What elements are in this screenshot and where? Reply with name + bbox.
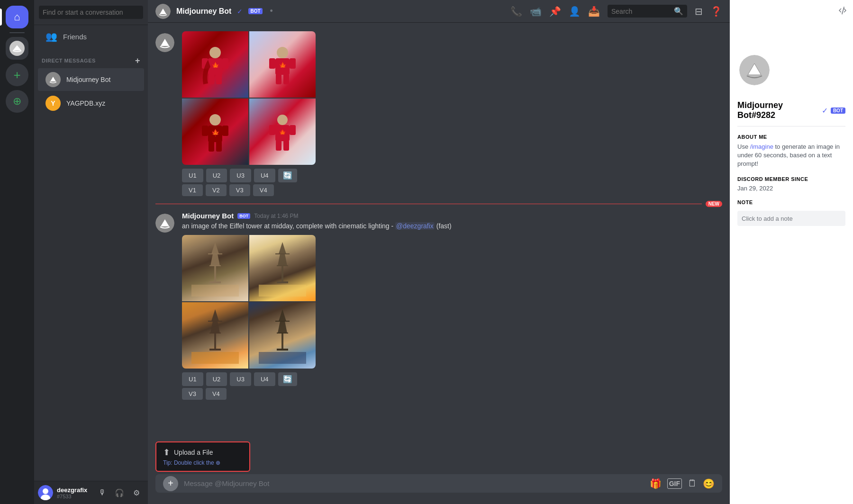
server-divider [9, 32, 25, 33]
canada-v4-button[interactable]: V4 [253, 184, 274, 196]
attach-button[interactable]: + [163, 476, 178, 491]
dm-search-input[interactable] [39, 6, 143, 19]
message-canada: 🍁 [148, 30, 730, 197]
profile-divider-1 [737, 126, 845, 126]
canada-refresh-button[interactable]: 🔄 [278, 169, 297, 182]
svg-rect-42 [259, 285, 306, 297]
canada-image-4[interactable]: 🍁 [249, 99, 316, 165]
message-input[interactable] [184, 474, 644, 493]
upload-tooltip-header: ⬆ Upload a File [163, 447, 243, 458]
imagine-link[interactable]: /imagine [750, 143, 773, 150]
yagpdb-avatar: Y [45, 96, 61, 111]
dm-item-yagpdb[interactable]: Y YAGPDB.xyz [38, 92, 144, 115]
username-label: deezgrafix [57, 486, 91, 494]
svg-rect-15 [209, 74, 214, 84]
right-panel: Midjourney Bot#9282 ✓ BOT ABOUT ME Use /… [730, 0, 853, 504]
canada-image-1[interactable]: 🍁 [182, 31, 248, 98]
about-me-title: ABOUT ME [737, 134, 845, 140]
eiffel-message-content: Midjourney Bot BOT Today at 1:46 PM an i… [182, 212, 722, 400]
video-icon[interactable]: 📹 [530, 6, 542, 17]
help-icon[interactable]: ❓ [710, 6, 722, 17]
new-message-divider: NEW [155, 201, 722, 207]
eiffel-image-1[interactable] [182, 235, 248, 301]
eiffel-u2-button[interactable]: U2 [206, 372, 227, 386]
canada-u4-button[interactable]: U4 [254, 169, 275, 182]
about-text-before: Use [737, 143, 750, 150]
search-icon: 🔍 [674, 7, 683, 16]
eiffel-u3-button[interactable]: U3 [230, 372, 251, 386]
add-friend-icon[interactable]: 👤 [569, 6, 581, 17]
canada-v1-button[interactable]: V1 [182, 184, 203, 196]
midjourney-bot-name: Midjourney Bot [66, 76, 110, 83]
chat-input-icons: 🎁 GIF 🗒 😊 [650, 478, 715, 489]
svg-text:🍁: 🍁 [279, 62, 287, 70]
explore-servers-button[interactable]: ⊕ [6, 90, 28, 113]
eiffel-refresh-button[interactable]: 🔄 [278, 372, 297, 386]
svg-rect-36 [276, 140, 281, 151]
eiffel-image-4[interactable] [249, 302, 316, 369]
svg-rect-40 [191, 285, 239, 297]
canada-v3-button[interactable]: V3 [229, 184, 250, 196]
svg-rect-35 [290, 125, 296, 135]
settings-button[interactable]: ⚙ [129, 485, 144, 500]
add-dm-button[interactable]: + [135, 56, 140, 65]
sticker-icon[interactable]: 🗒 [688, 478, 697, 489]
inbox-icon[interactable]: 📥 [588, 6, 600, 17]
microphone-icon: 🎙 [99, 488, 106, 497]
canada-message-content: 🍁 [182, 31, 722, 196]
eiffel-image-3[interactable] [182, 302, 248, 369]
friends-item[interactable]: 👥 Friends [38, 26, 144, 47]
emoji-icon[interactable]: 😊 [703, 478, 715, 489]
search-input[interactable] [611, 8, 670, 15]
svg-rect-16 [216, 74, 222, 84]
svg-rect-23 [283, 74, 289, 84]
user-controls: 🎙 🎧 ⚙ [95, 485, 144, 500]
svg-rect-30 [216, 141, 222, 152]
canada-u3-button[interactable]: U3 [230, 169, 251, 182]
server-1-icon[interactable] [6, 37, 28, 60]
canada-image-2[interactable]: 🍁 [249, 31, 316, 98]
search-bar: 🔍 [608, 5, 687, 18]
canada-u2-button[interactable]: U2 [206, 169, 227, 182]
eiffel-u4-button[interactable]: U4 [254, 372, 275, 386]
mute-button[interactable]: 🎙 [95, 485, 110, 500]
svg-rect-22 [276, 74, 281, 84]
dm-item-midjourney[interactable]: Midjourney Bot [38, 68, 144, 91]
mention-tag: @deezgrafix [395, 222, 435, 230]
messages-container: 🍁 [148, 23, 730, 474]
deafen-button[interactable]: 🎧 [112, 485, 127, 500]
yagpdb-name: YAGPDB.xyz [66, 99, 105, 107]
canada-image-3[interactable]: 🍁 [182, 99, 248, 165]
gift-icon[interactable]: 🎁 [650, 478, 662, 489]
add-server-icon: + [13, 68, 20, 82]
canada-u1-button[interactable]: U1 [182, 169, 203, 182]
eiffel-v3-button[interactable]: V3 [182, 388, 203, 400]
svg-point-24 [209, 114, 221, 126]
threads-icon[interactable]: ⊟ [695, 6, 703, 17]
dm-search-bar [34, 0, 148, 25]
canada-action-row-1: U1 U2 U3 U4 🔄 [182, 169, 722, 182]
svg-rect-37 [283, 140, 289, 151]
new-badge: NEW [706, 201, 722, 207]
add-server-button[interactable]: + [6, 63, 28, 86]
profile-avatar-container [737, 53, 771, 87]
about-me-text: Use /imagine to generate an image in und… [737, 143, 845, 169]
phone-icon[interactable]: 📞 [510, 6, 522, 17]
eiffel-v4-button[interactable]: V4 [206, 388, 227, 400]
canada-v2-button[interactable]: V2 [206, 184, 227, 196]
home-button[interactable]: ⌂ [6, 6, 28, 28]
svg-point-17 [277, 47, 288, 58]
gif-button[interactable]: GIF [667, 478, 682, 489]
note-title: NOTE [737, 199, 845, 205]
svg-text:Y: Y [51, 99, 55, 107]
note-input-area[interactable]: Click to add a note [737, 211, 845, 226]
eiffel-image-2[interactable] [249, 235, 316, 301]
svg-rect-39 [209, 281, 221, 283]
eiffel-u1-button[interactable]: U1 [182, 372, 203, 386]
upload-tooltip: ⬆ Upload a File Tip: Double click the ⊕ [155, 441, 250, 472]
svg-rect-29 [209, 141, 214, 152]
channel-avatar [155, 4, 171, 19]
pin-icon[interactable]: 📌 [549, 6, 561, 17]
svg-rect-41 [277, 281, 288, 283]
code-snippet-icon[interactable] [838, 6, 847, 18]
